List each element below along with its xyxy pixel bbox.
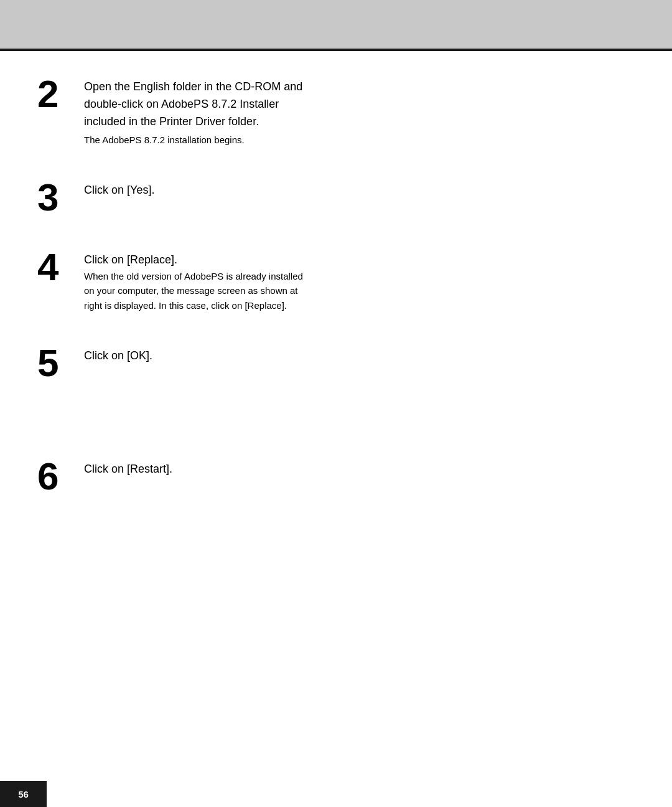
- page-number: 56: [18, 789, 29, 800]
- step-5-number: 5: [37, 344, 84, 382]
- step-4-detail-line2: on your computer, the message screen as …: [84, 285, 298, 296]
- step-3-content: Click on [Yes].: [84, 178, 635, 199]
- page-number-area: 56: [0, 781, 47, 807]
- step-4-main-text: Click on [Replace].: [84, 252, 635, 269]
- step-4-detail-line1: When the old version of AdobePS is alrea…: [84, 271, 303, 281]
- step-2: 2 Open the English folder in the CD-ROM …: [37, 75, 635, 147]
- step-2-content: Open the English folder in the CD-ROM an…: [84, 75, 635, 147]
- step-6: 6 Click on [Restart].: [37, 457, 635, 496]
- step-4: 4 Click on [Replace]. When the old versi…: [37, 248, 635, 313]
- step-2-line1: Open the English folder in the CD-ROM an…: [84, 80, 302, 93]
- step-6-number: 6: [37, 457, 84, 496]
- step-2-number: 2: [37, 75, 84, 113]
- step-4-detail: When the old version of AdobePS is alrea…: [84, 269, 635, 313]
- step-4-number: 4: [37, 248, 84, 286]
- step-3: 3 Click on [Yes].: [37, 178, 635, 217]
- step-2-line3: included in the Printer Driver folder.: [84, 115, 259, 128]
- content-area: 2 Open the English folder in the CD-ROM …: [0, 51, 672, 496]
- step-6-main-text: Click on [Restart].: [84, 461, 635, 478]
- step-6-content: Click on [Restart].: [84, 457, 635, 478]
- step-2-main-text: Open the English folder in the CD-ROM an…: [84, 78, 635, 131]
- step-5-main-text: Click on [OK].: [84, 347, 635, 365]
- step-2-sub-text: The AdobePS 8.7.2 installation begins.: [84, 133, 635, 148]
- step-3-number: 3: [37, 178, 84, 217]
- step-5-content: Click on [OK].: [84, 344, 635, 365]
- step-4-detail-line3: right is displayed. In this case, click …: [84, 300, 287, 311]
- step-2-line2: double-click on AdobePS 8.7.2 Installer: [84, 98, 279, 110]
- top-bar: [0, 0, 672, 49]
- step-3-main-text: Click on [Yes].: [84, 182, 635, 199]
- step-5: 5 Click on [OK].: [37, 344, 635, 382]
- step-4-content: Click on [Replace]. When the old version…: [84, 248, 635, 313]
